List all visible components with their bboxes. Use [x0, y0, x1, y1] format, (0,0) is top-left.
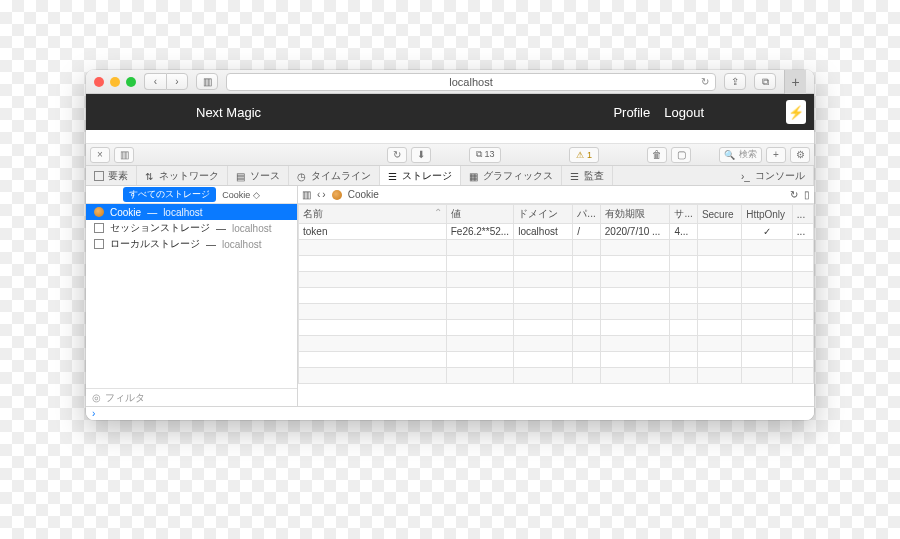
brand: Next Magic	[196, 105, 261, 120]
cell-size	[670, 336, 697, 352]
minimize-window[interactable]	[110, 77, 120, 87]
th-value[interactable]: 値	[446, 205, 514, 224]
cell-httponly	[742, 240, 793, 256]
th-more[interactable]: ...	[792, 205, 813, 224]
cell-name: token	[299, 224, 447, 240]
cell-httponly	[742, 320, 793, 336]
cell-path	[573, 320, 600, 336]
cell-domain: localhost	[514, 224, 573, 240]
cell-domain	[514, 352, 573, 368]
share-button[interactable]: ⇪	[724, 73, 746, 90]
tab-storage[interactable]: ☰ストレージ	[380, 166, 461, 185]
nav-forward[interactable]: ›	[322, 189, 325, 200]
cell-httponly	[742, 256, 793, 272]
request-count[interactable]: ⧉ 13	[469, 147, 502, 163]
sidebar-scope[interactable]: すべてのストレージ Cookie ◇	[86, 186, 297, 204]
download-icon[interactable]: ⬇	[411, 147, 431, 163]
th-path[interactable]: パ...	[573, 205, 600, 224]
cell-more: ...	[792, 224, 813, 240]
refresh-icon[interactable]: ↻	[790, 189, 798, 200]
cell-secure	[697, 256, 741, 272]
cell-httponly	[742, 288, 793, 304]
cell-expires	[600, 352, 670, 368]
cell-domain	[514, 240, 573, 256]
nav-back[interactable]: ‹	[317, 189, 320, 200]
cell-expires	[600, 240, 670, 256]
tab-console[interactable]: ›_コンソール	[733, 166, 814, 185]
panel-toggle-icon[interactable]: ▥	[302, 189, 311, 200]
tab-network[interactable]: ⇅ネットワーク	[137, 166, 228, 185]
cell-domain	[514, 368, 573, 384]
nav-profile[interactable]: Profile	[613, 105, 650, 120]
tabs-button[interactable]: ⧉	[754, 73, 776, 90]
reload-devtools[interactable]: ↻	[387, 147, 407, 163]
cell-size	[670, 288, 697, 304]
console-prompt[interactable]: ›	[86, 406, 814, 420]
devtools-toolbar: × ▥ ↻ ⬇ ⧉ 13 ⚠ 1 🗑 ▢ 🔍 検索 + ⚙	[86, 144, 814, 166]
cell-path: /	[573, 224, 600, 240]
cell-size	[670, 272, 697, 288]
tab-timeline[interactable]: ◷タイムライン	[289, 166, 380, 185]
th-domain[interactable]: ドメイン	[514, 205, 573, 224]
new-tab-button[interactable]: +	[784, 70, 806, 94]
zoom-window[interactable]	[126, 77, 136, 87]
cell-size	[670, 304, 697, 320]
devtools-tabs: 要素 ⇅ネットワーク ▤ソース ◷タイムライン ☰ストレージ ▦グラフィックス …	[86, 166, 814, 186]
cell-value: Fe26.2**52...	[446, 224, 514, 240]
tab-audit[interactable]: ☰監査	[562, 166, 613, 185]
filter-icon: ◎	[92, 392, 101, 403]
sidebar-toggle[interactable]: ▥	[196, 73, 218, 90]
warning-count[interactable]: ⚠ 1	[569, 147, 599, 163]
cell-more	[792, 272, 813, 288]
page-header: Next Magic Profile Logout ⚡	[86, 94, 814, 130]
cell-value	[446, 256, 514, 272]
cell-httponly	[742, 304, 793, 320]
tab-graphics[interactable]: ▦グラフィックス	[461, 166, 562, 185]
cell-more	[792, 240, 813, 256]
devtools: × ▥ ↻ ⬇ ⧉ 13 ⚠ 1 🗑 ▢ 🔍 検索 + ⚙ 要素 ⇅ネットワーク…	[86, 144, 814, 420]
cell-path	[573, 288, 600, 304]
cell-httponly	[742, 272, 793, 288]
cell-expires	[600, 304, 670, 320]
table-row[interactable]: tokenFe26.2**52...localhost/2020/7/10 ..…	[299, 224, 814, 240]
sidepane-icon[interactable]: ▯	[804, 189, 810, 200]
tab-sources[interactable]: ▤ソース	[228, 166, 289, 185]
cell-size	[670, 256, 697, 272]
th-size[interactable]: サ...	[670, 205, 697, 224]
sidebar-item-Cookie[interactable]: Cookie — localhost	[86, 204, 297, 220]
cell-name	[299, 304, 447, 320]
cell-secure	[697, 224, 741, 240]
back-button[interactable]: ‹	[144, 73, 166, 90]
box-icon[interactable]: ▢	[671, 147, 691, 163]
th-httponly[interactable]: HttpOnly	[742, 205, 793, 224]
cell-path	[573, 304, 600, 320]
sidebar-filter[interactable]: ◎ フィルタ	[86, 388, 297, 406]
th-secure[interactable]: Secure	[697, 205, 741, 224]
sidebar-item-セッションストレージ[interactable]: セッションストレージ — localhost	[86, 220, 297, 236]
add-button[interactable]: +	[766, 147, 786, 163]
sidebar-item-ローカルストレージ[interactable]: ローカルストレージ — localhost	[86, 236, 297, 252]
tab-elements[interactable]: 要素	[86, 166, 137, 185]
th-expires[interactable]: 有効期限	[600, 205, 670, 224]
close-window[interactable]	[94, 77, 104, 87]
url-bar[interactable]: localhost ↻	[226, 73, 716, 91]
table-row	[299, 256, 814, 272]
panes-toggle[interactable]: ▥	[114, 147, 134, 163]
table-row	[299, 368, 814, 384]
forward-button[interactable]: ›	[166, 73, 188, 90]
cell-expires	[600, 336, 670, 352]
cell-domain	[514, 320, 573, 336]
close-devtools[interactable]: ×	[90, 147, 110, 163]
settings-gear-icon[interactable]: ⚙	[790, 147, 810, 163]
cell-secure	[697, 320, 741, 336]
filter-label: フィルタ	[105, 391, 145, 405]
th-name[interactable]: 名前 ⌃	[299, 205, 447, 224]
cell-name	[299, 336, 447, 352]
search-field[interactable]: 🔍 検索	[719, 147, 762, 163]
nav-logout[interactable]: Logout	[664, 105, 704, 120]
sidebar-item-label: ローカルストレージ	[110, 237, 200, 251]
reload-icon[interactable]: ↻	[701, 76, 709, 87]
scope-chip: すべてのストレージ	[123, 187, 216, 202]
cell-size	[670, 368, 697, 384]
trash-icon[interactable]: 🗑	[647, 147, 667, 163]
